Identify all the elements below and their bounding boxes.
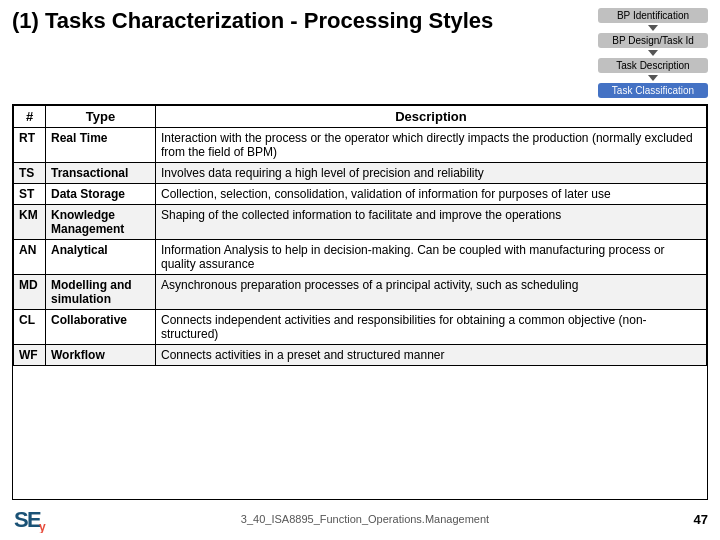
nav-pills: BP Identification BP Design/Task Id Task… xyxy=(598,8,708,98)
row-type: Analytical xyxy=(46,240,156,275)
footer-filename: 3_40_ISA8895_Function_Operations.Managem… xyxy=(52,513,678,525)
row-type: Transactional xyxy=(46,163,156,184)
row-desc: Shaping of the collected information to … xyxy=(156,205,707,240)
header-area: (1) Tasks Characterization - Processing … xyxy=(12,8,708,98)
nav-pill-task-description[interactable]: Task Description xyxy=(598,58,708,73)
table-row: KM Knowledge Management Shaping of the c… xyxy=(14,205,707,240)
table-row: RT Real Time Interaction with the proces… xyxy=(14,128,707,163)
row-desc: Asynchronous preparation processes of a … xyxy=(156,275,707,310)
footer-page: 47 xyxy=(678,512,708,527)
row-desc: Collection, selection, consolidation, va… xyxy=(156,184,707,205)
row-num: AN xyxy=(14,240,46,275)
row-num: ST xyxy=(14,184,46,205)
th-type: Type xyxy=(46,106,156,128)
row-num: KM xyxy=(14,205,46,240)
logo-svg: S E y xyxy=(13,505,51,533)
row-type: Knowledge Management xyxy=(46,205,156,240)
nav-pill-bp-identification[interactable]: BP Identification xyxy=(598,8,708,23)
table-row: AN Analytical Information Analysis to he… xyxy=(14,240,707,275)
row-num: RT xyxy=(14,128,46,163)
arrow-down-3 xyxy=(648,75,658,81)
arrow-down-2 xyxy=(648,50,658,56)
row-type: Workflow xyxy=(46,345,156,366)
footer: S E y 3_40_ISA8895_Function_Operations.M… xyxy=(12,504,708,534)
row-desc: Connects independent activities and resp… xyxy=(156,310,707,345)
table-row: TS Transactional Involves data requiring… xyxy=(14,163,707,184)
table-row: ST Data Storage Collection, selection, c… xyxy=(14,184,707,205)
row-desc: Information Analysis to help in decision… xyxy=(156,240,707,275)
row-desc: Connects activities in a preset and stru… xyxy=(156,345,707,366)
row-desc: Involves data requiring a high level of … xyxy=(156,163,707,184)
page: (1) Tasks Characterization - Processing … xyxy=(0,0,720,540)
page-title: (1) Tasks Characterization - Processing … xyxy=(12,8,598,34)
row-num: MD xyxy=(14,275,46,310)
tasks-table: # Type Description RT Real Time Interact… xyxy=(13,105,707,366)
row-num: CL xyxy=(14,310,46,345)
arrow-down-1 xyxy=(648,25,658,31)
row-desc: Interaction with the process or the oper… xyxy=(156,128,707,163)
table-row: WF Workflow Connects activities in a pre… xyxy=(14,345,707,366)
nav-pill-task-classification[interactable]: Task Classification xyxy=(598,83,708,98)
table-row: CL Collaborative Connects independent ac… xyxy=(14,310,707,345)
row-type: Data Storage xyxy=(46,184,156,205)
th-description: Description xyxy=(156,106,707,128)
row-num: WF xyxy=(14,345,46,366)
nav-pill-bp-design[interactable]: BP Design/Task Id xyxy=(598,33,708,48)
row-type: Modelling and simulation xyxy=(46,275,156,310)
th-num: # xyxy=(14,106,46,128)
logo: S E y xyxy=(12,504,52,534)
row-type: Real Time xyxy=(46,128,156,163)
row-num: TS xyxy=(14,163,46,184)
table-container: # Type Description RT Real Time Interact… xyxy=(12,104,708,500)
table-row: MD Modelling and simulation Asynchronous… xyxy=(14,275,707,310)
row-type: Collaborative xyxy=(46,310,156,345)
svg-text:y: y xyxy=(39,520,46,533)
table-header-row: # Type Description xyxy=(14,106,707,128)
